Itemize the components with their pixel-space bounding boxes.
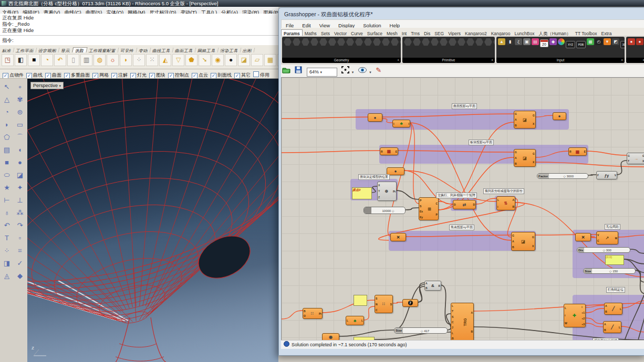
gh-tab-Kangaroo2[interactable]: Kangaroo2 — [463, 30, 489, 36]
rhino-command-area[interactable]: 正在复原 Hide指令: _Redo正在重做 Hide 指令: — [0, 14, 278, 45]
gh-tab-Trns[interactable]: Trns — [409, 30, 422, 36]
gh-component-populate-2d[interactable]: SNC∷S — [375, 295, 393, 313]
gh-panel-panel-4[interactable] — [354, 337, 375, 340]
filter-checkbox-注解[interactable]: ✓ — [111, 73, 117, 79]
gh-tab-Curve[interactable]: Curve — [349, 30, 365, 36]
gh-component-flip-matrix[interactable]: D⇄D — [453, 200, 476, 209]
rhino-toolbar-icon[interactable]: ⁙ — [146, 54, 158, 66]
rhino-side-tool-icon[interactable]: ▫ — [14, 232, 26, 244]
gh-tab-Mesh[interactable]: Mesh — [385, 30, 400, 36]
rhino-side-tool-icon[interactable]: ✦ — [14, 182, 26, 194]
gh-component-icon[interactable] — [484, 38, 492, 46]
rhino-toolbar-icon[interactable]: ◔ — [41, 54, 53, 66]
gh-component-icon[interactable] — [328, 38, 336, 46]
gh-component-project-3[interactable]: GAB◪GX — [511, 232, 535, 251]
gh-component-icon[interactable] — [413, 38, 421, 46]
rhino-side-tool-icon[interactable]: T — [1, 232, 13, 244]
gh-component-icon[interactable] — [346, 38, 354, 46]
gh-component-relative-item[interactable]: LiW✚i+1+2+3 — [564, 304, 586, 327]
gh-component-param-bubble[interactable]: ◉ — [322, 333, 339, 340]
rhino-side-tool-icon[interactable]: ◬ — [1, 270, 13, 282]
rhino-side-tool-icon[interactable]: ♁ — [1, 207, 13, 219]
rhino-side-tool-icon[interactable]: ⊜ — [14, 107, 26, 118]
rhino-toolbar-icon[interactable]: ◉ — [212, 54, 224, 66]
rhino-side-tool-icon[interactable]: ⁂ — [14, 207, 26, 219]
gh-component-icon[interactable] — [466, 38, 474, 46]
rhino-toolbar-icon[interactable]: ◳ — [2, 54, 14, 66]
filter-checkbox-多重曲面[interactable]: ✓ — [64, 73, 70, 79]
gh-component-project-1[interactable]: GAB◪GX — [514, 111, 536, 129]
rhino-side-tool-icon[interactable]: ● — [14, 157, 26, 168]
gh-slider-factor[interactable]: Factor◇ 3000 — [537, 173, 588, 179]
gh-tab-Params[interactable]: Params — [281, 29, 303, 36]
filter-checkbox-曲线[interactable]: ✓ — [26, 73, 32, 79]
gh-component-icon[interactable] — [302, 38, 309, 46]
rhino-toolbar-icon[interactable]: ↶ — [54, 54, 66, 66]
rhino-toolbar-icon[interactable]: ◧ — [15, 54, 27, 66]
rhino-toolbar-icon[interactable]: ■ — [28, 54, 40, 66]
rhino-side-tool-icon[interactable]: ⁘ — [1, 245, 13, 257]
gh-component-graft[interactable]: L♣L — [346, 316, 364, 325]
gh-tab-Vector[interactable]: Vector — [332, 30, 349, 36]
gh-component-dispatch[interactable]: Li⇅AB — [496, 196, 515, 210]
gh-component-param-hole[interactable]: ✕ — [575, 233, 591, 241]
rhino-side-tool-icon[interactable]: ◗ — [1, 119, 13, 131]
rhino-side-tool-icon[interactable]: ⊥ — [14, 195, 26, 206]
rhino-side-tool-icon[interactable]: ⬭ — [1, 169, 13, 181]
rhino-toolbar-icon[interactable]: ▦ — [264, 54, 276, 66]
rhino-side-tool-icon[interactable]: ⊢ — [1, 195, 13, 206]
filter-checkbox-曲面[interactable]: ✓ — [45, 73, 51, 79]
gh-component-gate-and[interactable]: AB&R — [424, 281, 441, 291]
gh-component-flatten-top[interactable]: ● — [368, 113, 382, 122]
gh-tab-Int[interactable]: Int — [400, 30, 409, 36]
rhino-toolbar-icon[interactable]: ⁘ — [133, 54, 145, 66]
gh-tab-Dis[interactable]: Dis — [422, 30, 432, 36]
gh-component-icon[interactable] — [319, 38, 327, 46]
rhino-side-tool-icon[interactable]: ⬠ — [1, 132, 13, 143]
save-file-icon[interactable] — [295, 66, 302, 76]
gh-component-icon[interactable] — [422, 38, 430, 46]
rhino-toolbar-icon[interactable]: ▥ — [80, 54, 92, 66]
gh-component-icon[interactable] — [337, 38, 345, 46]
rhino-side-tool-icon[interactable]: ↷ — [14, 220, 26, 231]
gh-component-param-out-1[interactable]: ● — [553, 112, 566, 120]
filter-checkbox-图块[interactable]: ✓ — [149, 73, 155, 79]
gh-component-icon[interactable]: 3DM — [620, 41, 625, 48]
zoom-extents-icon[interactable]: ▾ — [341, 66, 354, 76]
sketch-pencil-icon[interactable]: ✎ — [376, 66, 381, 74]
gh-component-region-2[interactable]: R▦E — [568, 147, 587, 156]
rhino-side-tool-icon[interactable]: △ — [1, 94, 13, 105]
gh-component-construct-point[interactable]: XYZ⊕Pt — [377, 182, 397, 201]
gh-component-icon[interactable]: ◴ — [595, 38, 603, 45]
gh-tab-Kangaroo[interactable]: Kangaroo — [489, 30, 513, 36]
rhino-command-prompt[interactable]: 指令: — [0, 36, 278, 45]
gh-component-icon[interactable] — [373, 38, 381, 46]
rhino-side-tool-icon[interactable]: ∘ — [14, 81, 26, 93]
rhino-toolbar-icon[interactable]: ➘ — [199, 54, 211, 66]
rhino-side-tool-icon[interactable]: ↖ — [1, 81, 13, 93]
gh-panel-path-panel[interactable]: {0;0} — [605, 255, 624, 265]
filter-checkbox-灯光[interactable]: ✓ — [130, 73, 136, 79]
rhino-side-tool-icon[interactable]: ⌗ — [14, 245, 26, 257]
gh-component-param-corner[interactable]: ✕ — [390, 233, 406, 241]
gh-tab-LunchBox[interactable]: LunchBox — [513, 30, 537, 36]
filter-checkbox-控制点[interactable]: ✓ — [168, 73, 174, 79]
filter-checkbox-其它[interactable]: ✓ — [234, 73, 240, 79]
gh-component-icon[interactable]: ▲ — [498, 38, 505, 45]
gh-component-icon[interactable]: ◩ — [612, 38, 619, 45]
rhino-toolbar-icon[interactable]: ▱ — [251, 54, 263, 66]
gh-component-rect-grid[interactable]: PSExEy⊞CP — [419, 197, 439, 220]
rhino-toolbar-icon[interactable]: ◗ — [120, 54, 132, 66]
gh-panel-panel-2[interactable] — [354, 295, 367, 306]
rhino-toolbar-icon[interactable]: ☼ — [107, 54, 119, 66]
gh-component-icon[interactable] — [400, 38, 401, 46]
rhino-side-tool-icon[interactable]: ◨ — [1, 258, 13, 269]
rhino-side-tool-icon[interactable]: ✓ — [14, 258, 26, 269]
rhino-side-tool-icon[interactable]: ▭ — [14, 119, 26, 131]
gh-component-region-1[interactable]: R▦E — [380, 147, 398, 155]
rhino-side-tool-icon[interactable]: ■ — [1, 157, 13, 168]
canvas-zoom-select[interactable]: 64% ▾ — [307, 68, 337, 77]
gh-component-icon[interactable] — [382, 38, 390, 46]
gh-component-icon[interactable] — [458, 38, 465, 46]
gh-component-icon[interactable]: ▼ — [604, 38, 611, 45]
